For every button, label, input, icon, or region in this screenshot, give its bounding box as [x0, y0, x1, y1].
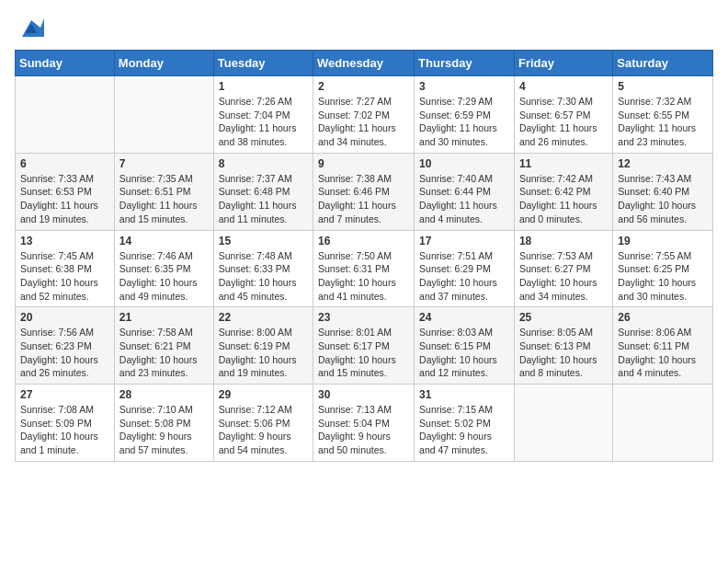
day-number: 15 — [219, 235, 308, 247]
day-info: Sunrise: 7:38 AM Sunset: 6:46 PM Dayligh… — [318, 172, 409, 226]
day-info: Sunrise: 7:15 AM Sunset: 5:02 PM Dayligh… — [419, 403, 509, 457]
calendar-cell: 11Sunrise: 7:42 AM Sunset: 6:42 PM Dayli… — [514, 153, 612, 230]
calendar-cell — [613, 385, 713, 462]
day-number: 19 — [618, 235, 708, 247]
day-info: Sunrise: 7:42 AM Sunset: 6:42 PM Dayligh… — [519, 172, 608, 226]
day-info: Sunrise: 7:29 AM Sunset: 6:59 PM Dayligh… — [419, 95, 509, 149]
day-info: Sunrise: 7:10 AM Sunset: 5:08 PM Dayligh… — [119, 403, 209, 457]
calendar-cell: 5Sunrise: 7:32 AM Sunset: 6:55 PM Daylig… — [613, 76, 713, 154]
day-number: 16 — [318, 235, 409, 247]
calendar-cell: 23Sunrise: 8:01 AM Sunset: 6:17 PM Dayli… — [313, 307, 415, 385]
calendar-table: SundayMondayTuesdayWednesdayThursdayFrid… — [15, 50, 713, 462]
day-info: Sunrise: 7:43 AM Sunset: 6:40 PM Dayligh… — [618, 172, 708, 226]
day-info: Sunrise: 8:06 AM Sunset: 6:11 PM Dayligh… — [618, 326, 708, 380]
day-info: Sunrise: 7:12 AM Sunset: 5:06 PM Dayligh… — [219, 403, 308, 457]
weekday-header-friday: Friday — [514, 51, 612, 76]
calendar-week-row: 6Sunrise: 7:33 AM Sunset: 6:53 PM Daylig… — [16, 153, 713, 230]
day-info: Sunrise: 7:45 AM Sunset: 6:38 PM Dayligh… — [20, 249, 109, 304]
day-number: 7 — [119, 157, 209, 170]
day-info: Sunrise: 7:26 AM Sunset: 7:04 PM Dayligh… — [219, 95, 308, 149]
calendar-cell: 4Sunrise: 7:30 AM Sunset: 6:57 PM Daylig… — [514, 76, 612, 154]
day-number: 3 — [419, 80, 509, 93]
calendar-cell: 21Sunrise: 7:58 AM Sunset: 6:21 PM Dayli… — [114, 307, 213, 385]
logo-icon — [18, 15, 44, 40]
day-number: 17 — [419, 235, 509, 247]
weekday-header-tuesday: Tuesday — [213, 51, 313, 76]
calendar-cell: 31Sunrise: 7:15 AM Sunset: 5:02 PM Dayli… — [415, 385, 515, 462]
day-number: 21 — [119, 311, 209, 324]
calendar-cell: 8Sunrise: 7:37 AM Sunset: 6:48 PM Daylig… — [213, 153, 313, 230]
day-info: Sunrise: 7:30 AM Sunset: 6:57 PM Dayligh… — [519, 95, 608, 149]
day-info: Sunrise: 7:32 AM Sunset: 6:55 PM Dayligh… — [618, 95, 708, 149]
logo — [15, 15, 44, 40]
calendar-cell: 24Sunrise: 8:03 AM Sunset: 6:15 PM Dayli… — [415, 307, 515, 385]
day-number: 18 — [519, 235, 608, 247]
day-number: 30 — [318, 388, 409, 401]
day-number: 1 — [219, 80, 308, 93]
calendar-cell: 15Sunrise: 7:48 AM Sunset: 6:33 PM Dayli… — [213, 230, 313, 307]
weekday-header-row: SundayMondayTuesdayWednesdayThursdayFrid… — [16, 51, 713, 76]
day-number: 10 — [419, 157, 509, 170]
calendar-week-row: 13Sunrise: 7:45 AM Sunset: 6:38 PM Dayli… — [16, 230, 713, 307]
day-info: Sunrise: 7:13 AM Sunset: 5:04 PM Dayligh… — [318, 403, 409, 457]
day-info: Sunrise: 7:33 AM Sunset: 6:53 PM Dayligh… — [20, 172, 109, 226]
weekday-header-sunday: Sunday — [16, 51, 115, 76]
day-info: Sunrise: 8:05 AM Sunset: 6:13 PM Dayligh… — [519, 326, 608, 380]
day-number: 12 — [618, 157, 708, 170]
day-info: Sunrise: 7:51 AM Sunset: 6:29 PM Dayligh… — [419, 249, 509, 304]
calendar-cell: 2Sunrise: 7:27 AM Sunset: 7:02 PM Daylig… — [313, 76, 415, 154]
day-info: Sunrise: 7:27 AM Sunset: 7:02 PM Dayligh… — [318, 95, 409, 149]
calendar-week-row: 1Sunrise: 7:26 AM Sunset: 7:04 PM Daylig… — [16, 76, 713, 154]
day-info: Sunrise: 8:03 AM Sunset: 6:15 PM Dayligh… — [419, 326, 509, 380]
calendar-cell: 28Sunrise: 7:10 AM Sunset: 5:08 PM Dayli… — [114, 385, 213, 462]
calendar-cell: 17Sunrise: 7:51 AM Sunset: 6:29 PM Dayli… — [415, 230, 515, 307]
calendar-cell: 6Sunrise: 7:33 AM Sunset: 6:53 PM Daylig… — [16, 153, 115, 230]
calendar-cell: 22Sunrise: 8:00 AM Sunset: 6:19 PM Dayli… — [213, 307, 313, 385]
day-number: 24 — [419, 311, 509, 324]
calendar-cell: 25Sunrise: 8:05 AM Sunset: 6:13 PM Dayli… — [514, 307, 612, 385]
calendar-cell — [114, 76, 213, 154]
day-info: Sunrise: 7:56 AM Sunset: 6:23 PM Dayligh… — [20, 326, 109, 380]
calendar-cell: 30Sunrise: 7:13 AM Sunset: 5:04 PM Dayli… — [313, 385, 415, 462]
calendar-cell: 1Sunrise: 7:26 AM Sunset: 7:04 PM Daylig… — [213, 76, 313, 154]
day-number: 8 — [219, 157, 308, 170]
day-info: Sunrise: 8:01 AM Sunset: 6:17 PM Dayligh… — [318, 326, 409, 380]
weekday-header-thursday: Thursday — [415, 51, 515, 76]
calendar-week-row: 20Sunrise: 7:56 AM Sunset: 6:23 PM Dayli… — [16, 307, 713, 385]
day-number: 23 — [318, 311, 409, 324]
day-info: Sunrise: 7:58 AM Sunset: 6:21 PM Dayligh… — [119, 326, 209, 380]
calendar-cell: 19Sunrise: 7:55 AM Sunset: 6:25 PM Dayli… — [613, 230, 713, 307]
day-number: 22 — [219, 311, 308, 324]
day-info: Sunrise: 7:37 AM Sunset: 6:48 PM Dayligh… — [219, 172, 308, 226]
calendar-cell: 16Sunrise: 7:50 AM Sunset: 6:31 PM Dayli… — [313, 230, 415, 307]
day-info: Sunrise: 7:40 AM Sunset: 6:44 PM Dayligh… — [419, 172, 509, 226]
day-number: 4 — [519, 80, 608, 93]
weekday-header-wednesday: Wednesday — [313, 51, 415, 76]
calendar-cell: 13Sunrise: 7:45 AM Sunset: 6:38 PM Dayli… — [16, 230, 115, 307]
day-number: 31 — [419, 388, 509, 401]
day-info: Sunrise: 8:00 AM Sunset: 6:19 PM Dayligh… — [219, 326, 308, 380]
calendar-cell — [514, 385, 612, 462]
day-number: 5 — [618, 80, 708, 93]
day-info: Sunrise: 7:08 AM Sunset: 5:09 PM Dayligh… — [20, 403, 109, 457]
calendar-cell: 12Sunrise: 7:43 AM Sunset: 6:40 PM Dayli… — [613, 153, 713, 230]
calendar-week-row: 27Sunrise: 7:08 AM Sunset: 5:09 PM Dayli… — [16, 385, 713, 462]
day-info: Sunrise: 7:35 AM Sunset: 6:51 PM Dayligh… — [119, 172, 209, 226]
calendar-cell: 26Sunrise: 8:06 AM Sunset: 6:11 PM Dayli… — [613, 307, 713, 385]
day-number: 14 — [119, 235, 209, 247]
day-info: Sunrise: 7:46 AM Sunset: 6:35 PM Dayligh… — [119, 249, 209, 304]
day-number: 13 — [20, 235, 109, 247]
calendar-cell: 7Sunrise: 7:35 AM Sunset: 6:51 PM Daylig… — [114, 153, 213, 230]
calendar-cell: 10Sunrise: 7:40 AM Sunset: 6:44 PM Dayli… — [415, 153, 515, 230]
day-number: 20 — [20, 311, 109, 324]
calendar-cell — [16, 76, 115, 154]
calendar-cell: 29Sunrise: 7:12 AM Sunset: 5:06 PM Dayli… — [213, 385, 313, 462]
day-number: 9 — [318, 157, 409, 170]
weekday-header-saturday: Saturday — [613, 51, 713, 76]
day-info: Sunrise: 7:50 AM Sunset: 6:31 PM Dayligh… — [318, 249, 409, 304]
day-info: Sunrise: 7:55 AM Sunset: 6:25 PM Dayligh… — [618, 249, 708, 304]
weekday-header-monday: Monday — [114, 51, 213, 76]
day-number: 28 — [119, 388, 209, 401]
page-header — [15, 15, 713, 40]
calendar-cell: 27Sunrise: 7:08 AM Sunset: 5:09 PM Dayli… — [16, 385, 115, 462]
